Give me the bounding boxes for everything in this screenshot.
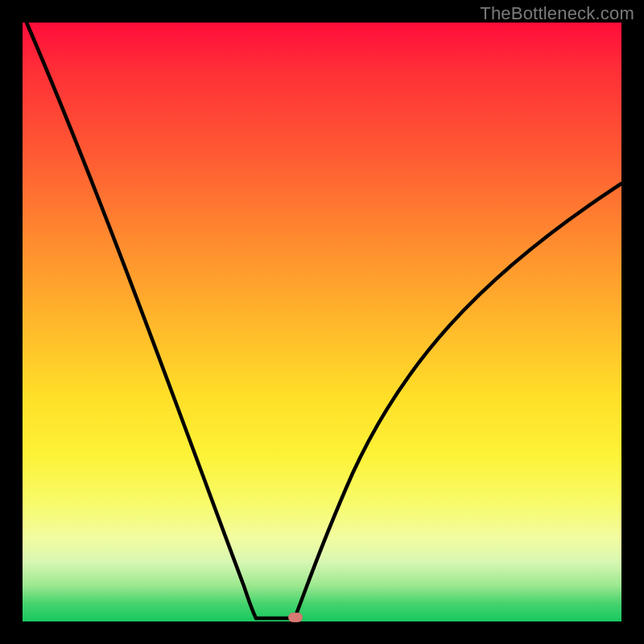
curve-right-branch [295,184,621,618]
watermark-text: TheBottleneck.com [480,3,634,24]
chart-frame: TheBottleneck.com [0,0,644,644]
bottleneck-curve [23,23,621,621]
curve-left-branch [27,23,256,618]
plot-area [23,23,621,621]
optimal-marker [288,613,303,622]
